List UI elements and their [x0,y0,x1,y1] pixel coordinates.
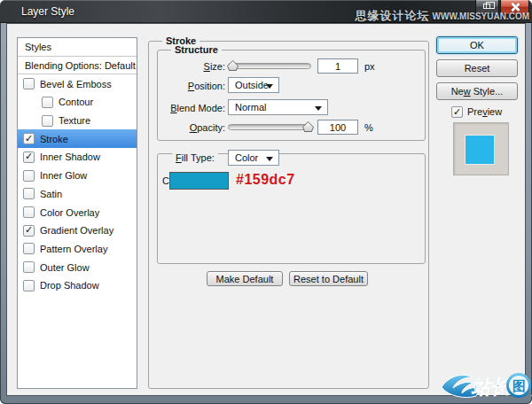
sidebar-item-label: Bevel & Emboss [40,79,112,89]
color-overlay-checkbox[interactable] [23,206,35,218]
reset-to-default-label: Reset to Default [293,274,364,284]
dropdown-arrow-icon [266,84,273,89]
titlebar: Layer Style 思缘设计论坛 WWW.MISSYUAN.COM [0,0,532,23]
sidebar-item-drop-shadow[interactable]: Drop Shadow [18,276,137,295]
dropdown-arrow-icon [315,106,322,111]
size-label: Size: [158,61,225,72]
reset-button[interactable]: Reset [436,59,518,77]
make-default-button[interactable]: Make Default [207,271,283,286]
color-hex-annotation: #159dc7 [236,172,295,188]
new-style-label: New Style... [451,86,504,97]
position-dropdown[interactable]: Outside [228,77,279,93]
dropdown-arrow-icon [266,157,273,161]
blend-mode-label: Blend Mode: [158,103,225,113]
watermark-logo: 站长 图 库 [440,369,532,402]
titlebar-watermark: 思缘设计论坛 WWW.MISSYUAN.COM [356,8,530,24]
sidebar-item-label: Satin [40,189,62,199]
texture-checkbox[interactable] [42,115,53,127]
sidebar-item-inner-glow[interactable]: Inner Glow [18,167,137,185]
sidebar-item-inner-shadow[interactable]: ✓ Inner Shadow [18,148,137,167]
stroke-color-swatch[interactable] [169,172,229,190]
sidebar-item-label: Texture [59,115,90,126]
sidebar-item-satin[interactable]: Satin [18,185,137,204]
check-icon: ✓ [25,225,33,235]
sidebar-item-label: Color Overlay [40,207,99,218]
new-style-button[interactable]: New Style... [436,82,518,100]
sidebar-item-label: Contour [59,97,93,107]
sidebar-item-label: Inner Glow [40,170,87,181]
contour-checkbox[interactable] [42,97,53,108]
sidebar-item-label: Stroke [40,134,68,144]
position-label: Position: [158,81,225,91]
fill-type-label: Fill Type: [172,152,218,163]
fill-type-value: Color [235,152,258,163]
opacity-unit-label: % [364,122,373,133]
sidebar-item-outer-glow[interactable]: Outer Glow [18,258,137,276]
sidebar-item-bevel-emboss[interactable]: Bevel & Emboss [18,74,137,93]
reset-to-default-button[interactable]: Reset to Default [289,271,368,286]
logo-badge-text: 图 [512,378,526,393]
sidebar-item-pattern-overlay[interactable]: Pattern Overlay [18,240,137,259]
preview-well [453,122,509,175]
opacity-input[interactable] [317,120,358,135]
preview-label: Preview [467,106,502,117]
sidebar-item-blending-options[interactable]: Blending Options: Default [18,57,137,75]
sidebar-item-gradient-overlay[interactable]: ✓ Gradient Overlay [18,221,137,240]
position-value: Outside [235,80,269,90]
drop-shadow-checkbox[interactable] [23,280,35,291]
blending-options-label: Blending Options: Default [25,60,136,71]
outer-glow-checkbox[interactable] [23,261,35,273]
layer-style-dialog: Layer Style 思缘设计论坛 WWW.MISSYUAN.COM Styl… [0,0,532,404]
fill-type-group-box [157,153,426,264]
gradient-overlay-checkbox[interactable]: ✓ [23,225,35,237]
opacity-slider[interactable] [228,124,311,130]
size-input[interactable] [317,58,358,74]
sidebar-item-contour[interactable]: Contour [18,93,137,112]
structure-group-title: Structure [171,44,222,55]
make-default-label: Make Default [216,274,274,284]
dialog-client-area: Styles Blending Options: Default Bevel &… [6,23,526,396]
sidebar-item-label: Outer Glow [40,262,90,273]
sidebar-item-label: Pattern Overlay [40,244,107,254]
blend-mode-dropdown[interactable]: Normal [228,99,328,115]
ok-label: OK [470,40,484,50]
logo-graphic: 站长 图 库 [440,369,532,402]
satin-checkbox[interactable] [23,188,35,199]
sidebar-item-stroke[interactable]: ✓ Stroke [18,129,137,148]
reset-label: Reset [465,63,490,74]
check-icon: ✓ [25,152,33,161]
check-icon: ✓ [453,107,461,117]
sidebar-item-label: Gradient Overlay [40,225,113,236]
sidebar-item-texture[interactable]: Texture [18,112,137,130]
check-icon: ✓ [25,134,33,144]
opacity-label: Opacity: [158,122,225,133]
preview-swatch [466,136,494,164]
fill-type-dropdown[interactable]: Color [228,150,279,166]
pattern-overlay-checkbox[interactable] [23,243,35,254]
inner-glow-checkbox[interactable] [23,170,35,182]
bevel-emboss-checkbox[interactable] [23,78,35,89]
styles-list-header-label: Styles [25,42,51,52]
size-slider[interactable] [228,63,311,69]
styles-list: Styles Blending Options: Default Bevel &… [17,37,137,389]
blend-mode-value: Normal [235,102,266,113]
size-unit-label: px [364,61,375,72]
stroke-checkbox[interactable]: ✓ [23,133,35,144]
watermark-cn-text: 思缘设计论坛 [356,9,430,22]
sidebar-item-color-overlay[interactable]: Color Overlay [18,203,137,221]
ok-button[interactable]: OK [436,36,518,54]
styles-list-header: Styles [18,38,137,57]
watermark-url-text: WWW.MISSYUAN.COM [433,12,529,21]
preview-checkbox[interactable]: ✓ [451,106,463,118]
sidebar-item-label: Inner Shadow [40,152,100,162]
logo-text-1: 站长 [471,377,510,397]
inner-shadow-checkbox[interactable]: ✓ [23,152,35,163]
window-title: Layer Style [21,5,74,18]
sidebar-item-label: Drop Shadow [40,280,99,291]
